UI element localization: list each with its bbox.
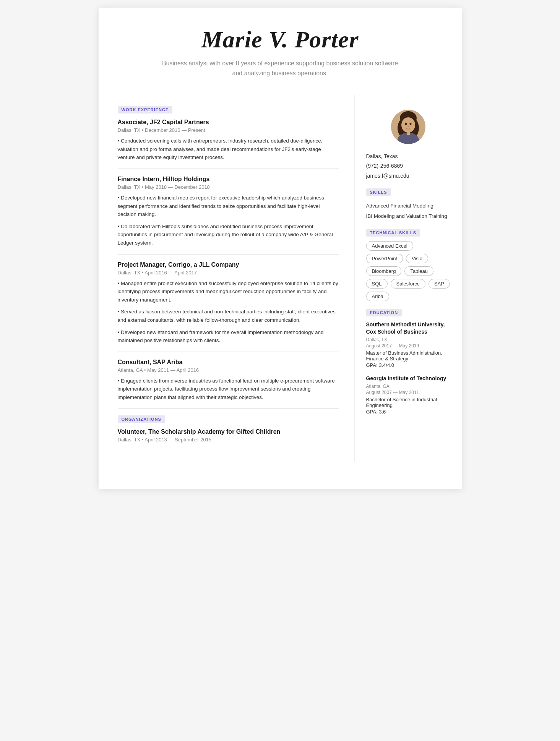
header-tagline: Business analyst with over 8 years of ex… (162, 58, 399, 78)
edu-school-1: Southern Methodist University, Cox Schoo… (366, 321, 450, 336)
org-entry-1: Volunteer, The Scholarship Academy for G… (118, 428, 339, 443)
job-bullet-2-1: • Collaborated with Hilltop's subsidiari… (118, 222, 339, 247)
edu-gpa-2: GPA: 3.6 (366, 409, 450, 415)
job-title-4: Consultant, SAP Ariba (118, 359, 339, 366)
edu-dates-1: August 2017 — May 2019 (366, 343, 450, 349)
edu-school-2: Georgia Institute of Technology (366, 375, 450, 383)
org-title-1: Volunteer, The Scholarship Academy for G… (118, 428, 339, 435)
edu-gpa-1: GPA: 3.4/4.0 (366, 362, 450, 368)
avatar (391, 110, 425, 144)
tag-6: Salesforce (391, 279, 425, 289)
skill-1: Advanced Financial Modeling (366, 201, 450, 211)
job-bullet-3-1: • Served as liaison between technical an… (118, 308, 339, 324)
divider-1 (118, 169, 339, 169)
technical-skills-label: TECHNICAL SKILLS (366, 229, 420, 237)
skills-list: Advanced Financial Modeling IBI Modeling… (366, 201, 450, 221)
tag-5: SQL (366, 279, 388, 289)
job-entry-4: Consultant, SAP Ariba Atlanta, GA • May … (118, 359, 339, 402)
job-meta-4: Atlanta, GA • May 2011 — April 2016 (118, 367, 339, 373)
edu-entry-1: Southern Methodist University, Cox Schoo… (366, 321, 450, 368)
avatar-container (366, 110, 450, 144)
job-title-2: Finance Intern, Hilltop Holdings (118, 176, 339, 183)
contact-phone: (972)-256-6869 (366, 161, 450, 171)
technical-skills-tags: Advanced Excel PowerPoint Visio Bloomber… (366, 241, 450, 301)
job-bullet-3-0: • Managed entire project execution and s… (118, 279, 339, 304)
svg-rect-8 (407, 131, 410, 135)
edu-degree-2: Bachelor of Science in Industrial Engine… (366, 397, 450, 408)
job-entry-2: Finance Intern, Hilltop Holdings Dallas,… (118, 176, 339, 247)
tag-0: Advanced Excel (366, 241, 413, 251)
main-content: WORK EXPERIENCE Associate, JF2 Capital P… (99, 95, 462, 462)
skills-label: SKILLS (366, 188, 391, 196)
svg-point-6 (407, 126, 409, 127)
left-column: WORK EXPERIENCE Associate, JF2 Capital P… (99, 95, 355, 462)
resume-wrapper: Marie V. Porter Business analyst with ov… (99, 8, 462, 489)
job-title-1: Associate, JF2 Capital Partners (118, 119, 339, 126)
education-label: EDUCATION (366, 309, 402, 316)
organizations-label: ORGANIZATIONS (118, 415, 165, 423)
edu-degree-1: Master of Business Administration, Finan… (366, 350, 450, 362)
job-meta-3: Dallas, TX • April 2016 — April 2017 (118, 270, 339, 276)
job-title-3: Project Manager, Corrigo, a JLL Company (118, 261, 339, 268)
divider-2 (118, 254, 339, 255)
candidate-name: Marie V. Porter (122, 26, 439, 53)
contact-email: james.f@smu.edu (366, 171, 450, 181)
contact-city: Dallas, Texas (366, 152, 450, 161)
job-bullet-1-0: • Conducted screening calls with entrepr… (118, 137, 339, 162)
education-section: EDUCATION Southern Methodist University,… (366, 309, 450, 415)
tag-4: Tableau (404, 266, 433, 276)
work-experience-section: WORK EXPERIENCE Associate, JF2 Capital P… (118, 106, 339, 401)
tag-7: SAP (429, 279, 450, 289)
organizations-section: ORGANIZATIONS Volunteer, The Scholarship… (118, 415, 339, 443)
svg-point-4 (405, 123, 407, 125)
job-meta-2: Dallas, TX • May 2018 — December 2018 (118, 184, 339, 190)
header: Marie V. Porter Business analyst with ov… (99, 8, 462, 86)
divider-4 (118, 408, 339, 409)
work-experience-label: WORK EXPERIENCE (118, 106, 173, 114)
edu-dates-2: August 2007 — May 2011 (366, 390, 450, 395)
tag-8: Ariba (366, 292, 389, 301)
svg-point-3 (401, 117, 415, 133)
org-meta-1: Dallas, TX • April 2013 — September 2015 (118, 437, 339, 443)
svg-point-5 (409, 123, 411, 125)
job-entry-3: Project Manager, Corrigo, a JLL Company … (118, 261, 339, 345)
edu-location-2: Atlanta, GA (366, 384, 450, 389)
job-bullet-4-0: • Engaged clients from diverse industrie… (118, 377, 339, 402)
tag-2: Visio (406, 254, 428, 263)
skills-section: SKILLS Advanced Financial Modeling IBI M… (366, 188, 450, 221)
divider-3 (118, 352, 339, 352)
right-column: Dallas, Texas (972)-256-6869 james.f@smu… (355, 95, 462, 462)
contact-info: Dallas, Texas (972)-256-6869 james.f@smu… (366, 152, 450, 181)
tag-1: PowerPoint (366, 254, 403, 263)
avatar-image (391, 110, 425, 144)
edu-location-1: Dallas, TX (366, 337, 450, 342)
job-entry-1: Associate, JF2 Capital Partners Dallas, … (118, 119, 339, 162)
edu-entry-2: Georgia Institute of Technology Atlanta,… (366, 375, 450, 415)
job-bullet-3-2: • Developed new standard and framework f… (118, 328, 339, 345)
technical-skills-section: TECHNICAL SKILLS Advanced Excel PowerPoi… (366, 229, 450, 301)
skill-2: IBI Modeling and Valuation Training (366, 211, 450, 221)
tag-3: Bloomberg (366, 266, 402, 276)
job-meta-1: Dallas, TX • December 2016 — Present (118, 127, 339, 133)
job-bullet-2-0: • Developed new financial metrics report… (118, 194, 339, 219)
